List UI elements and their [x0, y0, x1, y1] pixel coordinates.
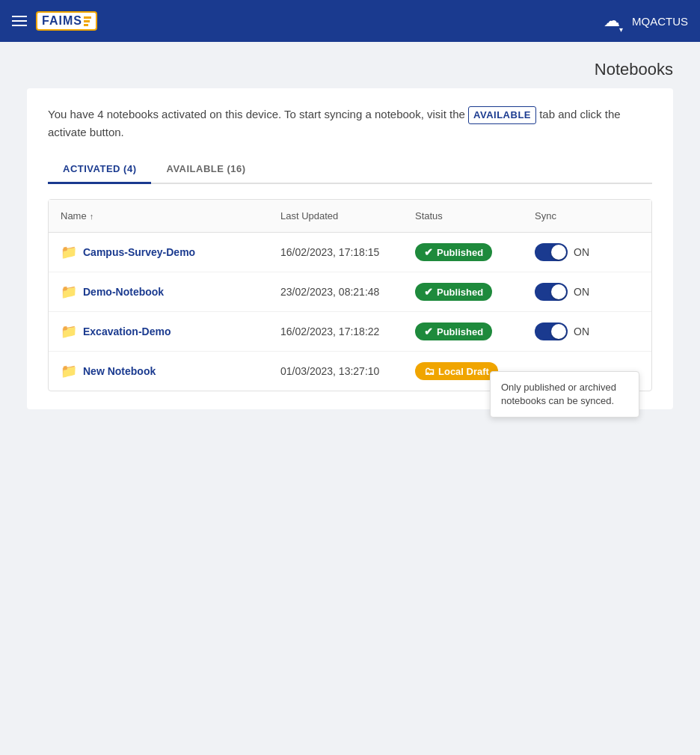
table-row: 📁 Campus-Survey-Demo 16/02/2023, 17:18:1… [49, 233, 651, 272]
notebook-status-cell: ✔ Published [415, 283, 535, 301]
notebook-date-cell: 23/02/2023, 08:21:48 [280, 286, 415, 298]
available-tab-link[interactable]: AVAILABLE [468, 106, 536, 124]
notebook-name-cell: 📁 Excavation-Demo [61, 323, 280, 340]
folder-icon: 📁 [61, 363, 77, 379]
notebook-name-cell: 📁 Campus-Survey-Demo [61, 244, 280, 260]
tab-activated[interactable]: ACTIVATED (4) [48, 156, 151, 184]
check-circle-icon: ✔ [424, 325, 433, 337]
logo-bars-icon [84, 16, 91, 26]
header-left: FAIMS [12, 11, 97, 31]
info-text-before: You have 4 notebooks activated on this d… [48, 108, 465, 120]
col-last-updated: Last Updated [280, 210, 415, 221]
status-badge: ✔ Published [415, 323, 492, 340]
status-badge: ✔ Published [415, 283, 492, 301]
folder-icon: 📁 [61, 284, 77, 300]
col-sync: Sync [535, 210, 639, 221]
notebook-date-cell: 16/02/2023, 17:18:22 [280, 325, 415, 337]
notebook-sync-cell: ON [535, 243, 639, 261]
hamburger-menu-button[interactable] [12, 16, 27, 26]
sync-toggle[interactable] [535, 323, 568, 340]
tab-available[interactable]: AVAILABLE (16) [151, 156, 260, 184]
logo: FAIMS [36, 11, 97, 31]
folder-small-icon: 🗂 [424, 365, 435, 377]
notebook-name-cell: 📁 New Notebook [61, 363, 280, 379]
check-circle-icon: ✔ [424, 286, 433, 298]
cloud-sync-icon[interactable]: ☁ [604, 11, 620, 31]
table-row: 📁 New Notebook 01/03/2023, 13:27:10 🗂 Lo… [49, 352, 651, 391]
page-title: Notebooks [595, 60, 673, 79]
notebook-sync-cell: ON [535, 323, 639, 340]
notebook-sync-cell: ON [535, 283, 639, 301]
col-name: Name ↑ [61, 210, 280, 221]
status-badge: ✔ Published [415, 243, 492, 261]
username-label: MQACTUS [632, 15, 688, 28]
page-content: Notebooks You have 4 notebooks activated… [0, 42, 700, 427]
folder-icon: 📁 [61, 323, 77, 340]
info-text: You have 4 notebooks activated on this d… [48, 106, 652, 141]
sync-toggle[interactable] [535, 283, 568, 301]
info-card: You have 4 notebooks activated on this d… [27, 88, 673, 409]
table-row: 📁 Demo-Notebook 23/02/2023, 08:21:48 ✔ P… [49, 272, 651, 312]
notebook-name-cell: 📁 Demo-Notebook [61, 284, 280, 300]
col-status: Status [415, 210, 535, 221]
table-row: 📁 Excavation-Demo 16/02/2023, 17:18:22 ✔… [49, 312, 651, 352]
tabs-container: ACTIVATED (4) AVAILABLE (16) [48, 156, 652, 184]
table-header: Name ↑ Last Updated Status Sync [49, 200, 651, 233]
sync-toggle[interactable] [535, 243, 568, 261]
sync-tooltip: Only published or archived notebooks can… [490, 371, 639, 418]
header-right: ☁ MQACTUS [604, 11, 688, 31]
logo-text: FAIMS [42, 14, 82, 28]
notebooks-table: Name ↑ Last Updated Status Sync 📁 Campus… [48, 199, 652, 391]
folder-icon: 📁 [61, 244, 77, 260]
notebook-date-cell: 16/02/2023, 17:18:15 [280, 246, 415, 258]
notebook-date-cell: 01/03/2023, 13:27:10 [280, 365, 415, 377]
notebook-status-cell: ✔ Published [415, 323, 535, 340]
notebook-status-cell: ✔ Published [415, 243, 535, 261]
sort-arrow-icon: ↑ [90, 212, 94, 221]
status-badge-draft: 🗂 Local Draft [415, 362, 498, 380]
app-header: FAIMS ☁ MQACTUS [0, 0, 700, 42]
page-title-row: Notebooks [27, 60, 673, 79]
check-circle-icon: ✔ [424, 246, 433, 258]
